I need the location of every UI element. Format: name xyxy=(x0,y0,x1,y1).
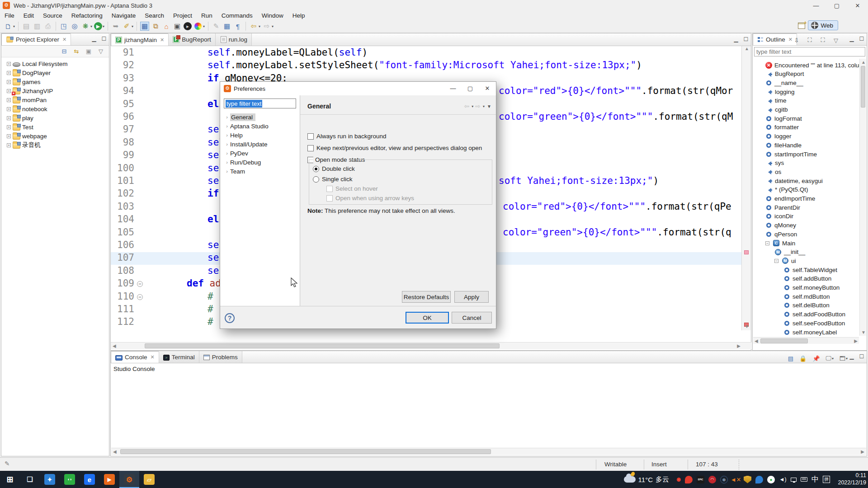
dropdown-icon[interactable]: ▾ xyxy=(846,357,848,361)
weather-widget[interactable]: 11°C 多云 xyxy=(624,475,669,484)
expand-icon[interactable]: + xyxy=(7,134,11,138)
show-table-icon[interactable]: ▦ xyxy=(222,22,231,31)
network-icon[interactable] xyxy=(791,478,797,482)
terminal-icon[interactable]: ▸ xyxy=(184,22,192,30)
taskbar-wechat[interactable]: ◖◗ xyxy=(60,471,80,488)
tab-BugReport[interactable]: PBugReport xyxy=(169,33,216,46)
debug-button[interactable]: ❋▾ xyxy=(80,21,93,32)
ime-grid-icon[interactable]: 拼 xyxy=(823,476,830,483)
maximize-panel-icon[interactable]: ☐ xyxy=(859,353,865,360)
clear-console-button[interactable]: ▤ xyxy=(787,353,794,364)
scroll-left-icon[interactable]: ◀ xyxy=(113,449,117,454)
overview-ruler[interactable]: ▲ ▼ xyxy=(741,46,751,330)
outline-item[interactable]: logFormat xyxy=(765,114,802,123)
pencil-icon[interactable]: ✎ xyxy=(212,22,221,31)
project-item-notebook[interactable]: +notebook xyxy=(7,104,47,113)
outline-item[interactable]: os xyxy=(765,167,781,176)
back-icon[interactable]: ⇦ xyxy=(464,103,470,110)
minimize-panel-icon[interactable]: ▁ xyxy=(849,36,855,42)
tab-outline[interactable]: Outline ✕ xyxy=(753,33,797,45)
save-all-button[interactable]: ▥ xyxy=(32,21,42,32)
cancel-button[interactable]: Cancel xyxy=(452,312,492,324)
outline-item[interactable]: self.addButton xyxy=(783,274,831,283)
project-item-JizhangVIP[interactable]: +✕JizhangVIP xyxy=(7,86,53,95)
open-perspective-icon[interactable] xyxy=(798,23,805,29)
steam-icon[interactable]: ◍ xyxy=(720,476,728,483)
outline-item[interactable]: * (PyQt5.Qt) xyxy=(765,185,808,194)
outline-item[interactable]: cgitb xyxy=(765,105,788,114)
expand-icon[interactable]: + xyxy=(7,98,11,102)
dialog-minimize-icon[interactable]: — xyxy=(444,82,462,95)
pref-node-Help[interactable]: ›Help xyxy=(220,131,300,140)
view-menu-icon[interactable]: ▽ xyxy=(96,47,105,56)
outline-filter-input[interactable] xyxy=(754,47,865,56)
outline-item[interactable]: qMoney xyxy=(765,221,796,230)
new-wizard-icon[interactable]: 🗋 xyxy=(4,22,13,31)
maximize-icon[interactable]: ▢ xyxy=(826,0,847,11)
outline-item[interactable]: formatter xyxy=(765,123,799,132)
display-console-button[interactable]: 🖵▾ xyxy=(825,353,835,364)
scroll-left-icon[interactable]: ◀ xyxy=(755,338,758,343)
outline-item[interactable]: sys xyxy=(765,159,784,168)
taskbar-task-view[interactable]: ❏ xyxy=(20,471,40,488)
run-icon[interactable]: ▶ xyxy=(94,22,102,30)
menu-help[interactable]: Help xyxy=(288,11,310,20)
menu-refactoring[interactable]: Refactoring xyxy=(67,11,107,20)
debug-icon[interactable]: ❋ xyxy=(81,22,90,31)
home-icon[interactable]: ⌂ xyxy=(162,22,171,31)
expand-icon[interactable]: + xyxy=(7,89,11,93)
outline-item[interactable]: −CMain xyxy=(765,239,795,248)
maximize-panel-icon[interactable]: ☐ xyxy=(859,36,865,42)
dialog-maximize-icon[interactable]: ▢ xyxy=(462,82,479,95)
scroll-up-icon[interactable]: ▲ xyxy=(745,46,749,51)
preferences-filter-input[interactable]: type filter text xyxy=(224,99,296,108)
expand-icon[interactable]: + xyxy=(7,125,11,129)
show-table-button[interactable]: ▦ xyxy=(222,21,232,32)
radio-icon[interactable] xyxy=(313,176,319,183)
outline-item[interactable]: ✕Encountered "" at line 113, colum xyxy=(765,61,859,70)
taskbar-clock[interactable]: 0:11 2022/12/19 xyxy=(831,472,866,486)
maximize-editor-icon[interactable]: ☐ xyxy=(743,36,749,42)
tab-console[interactable]: Console✕ xyxy=(111,351,159,363)
view-menu-icon[interactable]: ▼ xyxy=(487,104,491,109)
menu-commands[interactable]: Commands xyxy=(217,11,257,20)
maximize-panel-icon[interactable]: ☐ xyxy=(101,36,107,42)
menu-search[interactable]: Search xyxy=(140,11,169,20)
focus-package-icon[interactable]: ▣ xyxy=(84,47,93,56)
chevron-right-icon[interactable]: › xyxy=(224,123,230,129)
dropdown-icon[interactable]: ▾ xyxy=(203,24,205,28)
outline-item[interactable]: iconDir xyxy=(765,212,793,221)
expand-icon[interactable]: + xyxy=(7,62,11,66)
opera-icon[interactable] xyxy=(677,478,681,482)
hierarchy-button[interactable]: ⧉ xyxy=(150,21,161,32)
occurrence-marker[interactable] xyxy=(744,250,749,254)
editor-hscrollbar[interactable]: ◀ ▶ xyxy=(111,342,751,349)
open-web-icon[interactable]: ◳ xyxy=(59,22,68,31)
dropdown-icon[interactable]: ▾ xyxy=(272,24,274,28)
red-bird-icon[interactable] xyxy=(685,476,693,483)
back-button[interactable]: ⇦▾ xyxy=(248,21,261,32)
expand-icon[interactable]: + xyxy=(7,107,11,111)
brush-button[interactable]: ✐▾ xyxy=(121,21,134,32)
layout-icon[interactable]: ▦ xyxy=(140,22,149,31)
minimize-icon[interactable]: — xyxy=(806,0,826,11)
menu-run[interactable]: Run xyxy=(197,11,217,20)
minimize-panel-icon[interactable]: ▁ xyxy=(91,36,97,42)
radio-Double click[interactable]: Double click xyxy=(313,165,355,172)
dropdown-icon[interactable]: ▾ xyxy=(132,24,133,28)
expand-icon[interactable]: + xyxy=(7,143,11,147)
scroll-down-icon[interactable]: ▼ xyxy=(745,324,749,329)
dropdown-icon[interactable]: ▾ xyxy=(90,24,92,28)
scroll-right-icon[interactable]: ▶ xyxy=(861,449,864,454)
chevron-right-icon[interactable]: › xyxy=(224,169,230,174)
browser-icon[interactable]: ▣ xyxy=(173,22,182,31)
forward-button[interactable]: ⇨▾ xyxy=(261,21,274,32)
agent-icon[interactable]: ◠ xyxy=(708,476,716,483)
outline-item[interactable]: fileHandle xyxy=(765,141,802,150)
project-item-games[interactable]: +games xyxy=(7,77,41,86)
collapse-all-icon[interactable]: ⊟ xyxy=(60,47,69,56)
outline-item[interactable]: self.moneyLabel xyxy=(783,328,837,336)
checkbox-icon[interactable] xyxy=(307,145,314,151)
close-tab-icon[interactable]: ✕ xyxy=(62,37,66,42)
project-item-Local Filesystem[interactable]: +Local Filesystem xyxy=(7,59,68,68)
